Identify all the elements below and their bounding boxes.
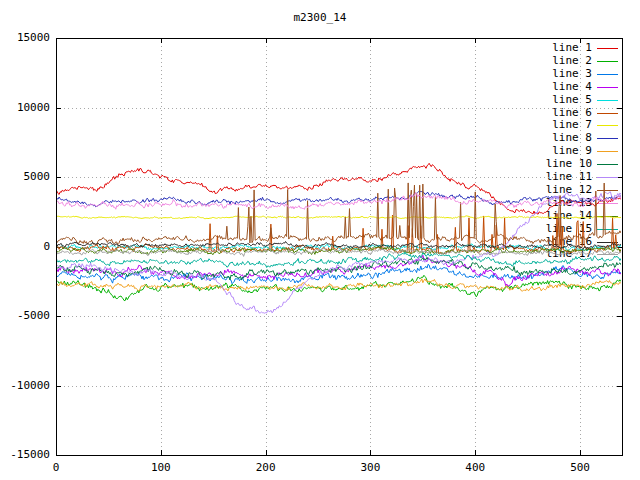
plot-canvas [0, 0, 640, 480]
gnuplot-chart-window: m2300_14 -15000-10000-500005000100001500… [0, 0, 640, 480]
